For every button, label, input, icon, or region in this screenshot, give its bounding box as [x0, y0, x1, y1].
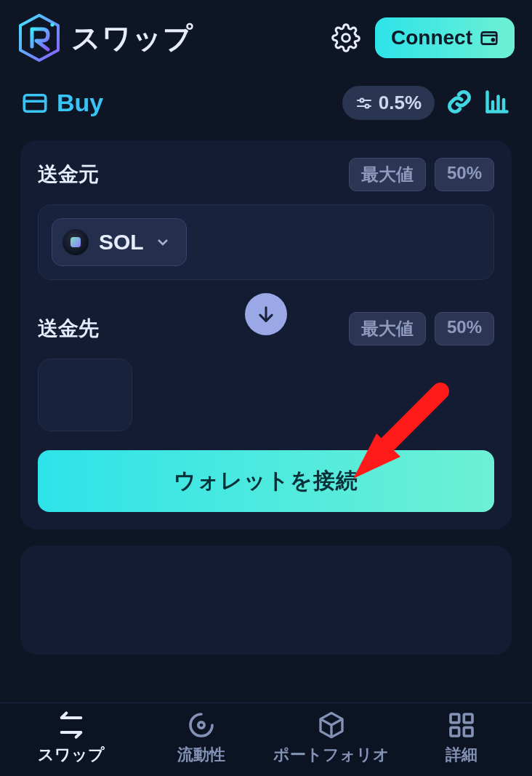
- from-token-box: SOL: [38, 204, 494, 280]
- nav-swap-label: スワップ: [38, 744, 105, 766]
- from-token-symbol: SOL: [99, 230, 144, 255]
- from-half-button[interactable]: 50%: [435, 158, 494, 191]
- chart-button[interactable]: [484, 89, 510, 118]
- svg-rect-23: [451, 727, 459, 736]
- title-group: スワップ: [17, 13, 193, 63]
- to-token-select[interactable]: [38, 359, 132, 431]
- svg-point-8: [360, 98, 363, 102]
- from-label: 送金元: [38, 161, 99, 188]
- svg-rect-5: [24, 95, 45, 111]
- svg-rect-24: [464, 727, 472, 736]
- sol-token-icon: [63, 229, 89, 255]
- from-max-button[interactable]: 最大値: [349, 158, 426, 191]
- wallet-icon: [480, 28, 499, 47]
- nav-portfolio[interactable]: ポートフォリオ: [266, 711, 396, 766]
- page-title: スワップ: [71, 18, 193, 58]
- svg-point-19: [198, 722, 203, 728]
- from-panel-header: 送金元 最大値 50%: [38, 158, 494, 191]
- sub-header: Buy 0.5%: [0, 68, 532, 127]
- chevron-down-icon: [154, 233, 172, 251]
- nav-liquidity-label: 流動性: [177, 744, 225, 766]
- header-actions: Connect: [327, 17, 515, 58]
- slippage-value: 0.5%: [379, 92, 422, 114]
- main-area: 送金元 最大値 50% SOL: [0, 127, 532, 655]
- portfolio-icon: [317, 711, 346, 740]
- secondary-card: [20, 545, 512, 655]
- link-icon: [446, 89, 472, 115]
- nav-swap[interactable]: スワップ: [6, 711, 136, 766]
- app-logo-icon: [17, 13, 61, 63]
- gear-icon: [331, 23, 360, 52]
- arrow-down-icon: [256, 304, 276, 324]
- svg-rect-21: [451, 714, 459, 723]
- to-label: 送金先: [38, 315, 99, 343]
- credit-card-icon: [22, 93, 48, 113]
- buy-button[interactable]: Buy: [22, 89, 103, 117]
- svg-rect-22: [464, 714, 472, 723]
- nav-more[interactable]: 詳細: [396, 711, 526, 766]
- grid-icon: [447, 711, 476, 740]
- to-max-button[interactable]: 最大値: [349, 312, 426, 345]
- from-amount-chips: 最大値 50%: [349, 158, 494, 191]
- settings-button[interactable]: [327, 19, 365, 57]
- swap-icon: [57, 711, 86, 740]
- swap-card: 送金元 最大値 50% SOL: [20, 140, 512, 529]
- nav-more-label: 詳細: [446, 744, 477, 766]
- from-panel: 送金元 最大値 50% SOL: [38, 158, 494, 280]
- swap-direction-button[interactable]: [245, 293, 287, 335]
- liquidity-icon: [187, 711, 216, 740]
- nav-portfolio-label: ポートフォリオ: [273, 744, 390, 766]
- nav-liquidity[interactable]: 流動性: [136, 711, 266, 766]
- buy-label: Buy: [57, 89, 103, 117]
- svg-marker-0: [20, 15, 58, 60]
- connect-label: Connect: [391, 26, 472, 49]
- connect-wallet-button[interactable]: ウォレットを接続: [38, 450, 494, 512]
- svg-point-2: [342, 34, 350, 42]
- slippage-button[interactable]: 0.5%: [342, 86, 435, 120]
- svg-point-1: [50, 23, 54, 26]
- sliders-icon: [355, 95, 373, 112]
- app-header: スワップ Connect: [0, 0, 532, 68]
- bar-chart-icon: [484, 89, 510, 115]
- connect-wallet-header-button[interactable]: Connect: [375, 17, 515, 58]
- to-amount-chips: 最大値 50%: [349, 312, 494, 345]
- sub-right: 0.5%: [342, 86, 510, 120]
- to-half-button[interactable]: 50%: [435, 312, 494, 345]
- svg-point-10: [365, 104, 368, 108]
- svg-point-4: [492, 39, 494, 41]
- from-token-select[interactable]: SOL: [52, 218, 187, 266]
- share-link-button[interactable]: [446, 89, 472, 118]
- bottom-nav: スワップ 流動性 ポートフォリオ 詳細: [0, 703, 532, 776]
